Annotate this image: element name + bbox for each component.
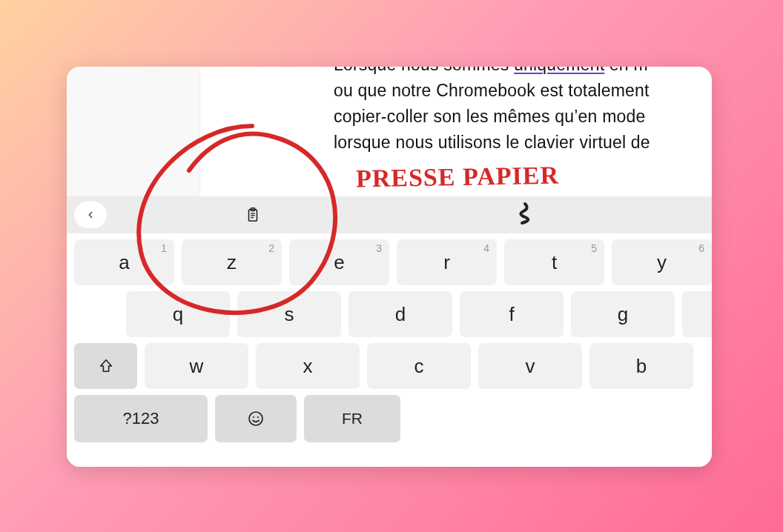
doc-line1-link[interactable]: uniquement [514, 67, 604, 74]
key-r[interactable]: r4 [397, 239, 497, 285]
key-secondary: 6 [698, 242, 704, 254]
document-thumbnail-sidebar [67, 67, 200, 196]
key-z[interactable]: z2 [182, 239, 282, 285]
key-symbols[interactable]: ?123 [74, 395, 208, 442]
key-main: f [509, 303, 514, 326]
key-language[interactable]: FR [304, 395, 400, 442]
key-e[interactable]: e3 [289, 239, 389, 285]
doc-line-3: copier-coller son les mêmes qu’en mode [334, 104, 712, 130]
screenshot-card: Lorsque nous sommes uniquement en m ou q… [67, 67, 712, 467]
key-h[interactable]: h [682, 291, 712, 337]
svg-point-7 [257, 416, 259, 418]
key-main: a [119, 251, 129, 274]
doc-line-1: Lorsque nous sommes uniquement en m [334, 67, 712, 78]
clipboard-icon [245, 207, 261, 223]
key-v[interactable]: v [478, 343, 582, 389]
key-main: q [173, 303, 183, 326]
doc-line1-post: en m [604, 67, 648, 74]
key-main: FR [342, 410, 363, 428]
key-main: z [227, 251, 237, 274]
key-s[interactable]: s [237, 291, 341, 337]
key-secondary: 5 [591, 242, 597, 254]
key-x[interactable]: x [256, 343, 360, 389]
chevron-left-icon [85, 210, 96, 220]
key-secondary: 1 [161, 242, 167, 254]
key-main: t [552, 251, 557, 274]
key-main: g [618, 303, 628, 326]
key-f[interactable]: f [460, 291, 564, 337]
svg-point-5 [249, 412, 262, 425]
key-main: c [414, 355, 424, 378]
key-main: y [657, 251, 667, 274]
key-main: w [190, 355, 204, 378]
key-secondary: 2 [268, 242, 274, 254]
keyboard-row-2: q s d f g h [67, 291, 712, 337]
svg-point-6 [253, 416, 254, 418]
key-a[interactable]: a1 [74, 239, 174, 285]
annotation-label: PRESSE PAPIER [356, 162, 560, 193]
back-button[interactable] [74, 202, 107, 228]
key-main: d [395, 303, 406, 326]
key-shift[interactable] [74, 343, 137, 389]
key-main: r [443, 251, 450, 274]
clipboard-button[interactable] [237, 202, 269, 228]
key-main: e [334, 251, 344, 274]
key-y[interactable]: y6 [612, 239, 712, 285]
keyboard-suggestion-bar [67, 196, 712, 233]
keyboard-row-1: a1 z2 e3 r4 t5 y6 [67, 239, 712, 285]
virtual-keyboard: a1 z2 e3 r4 t5 y6 q s d f g h w x c v b … [67, 233, 712, 467]
document-body-text: Lorsque nous sommes uniquement en m ou q… [334, 67, 712, 156]
key-secondary: 3 [376, 242, 382, 254]
key-main: ?123 [123, 409, 159, 428]
doc-line-2: ou que notre Chromebook est totalement [334, 78, 712, 104]
key-c[interactable]: c [367, 343, 471, 389]
keyboard-row-3: w x c v b [67, 343, 712, 389]
key-main: b [636, 355, 647, 378]
key-main: x [303, 355, 313, 378]
key-g[interactable]: g [571, 291, 675, 337]
smile-icon [247, 410, 265, 428]
key-b[interactable]: b [589, 343, 693, 389]
key-main: v [526, 355, 535, 378]
key-d[interactable]: d [348, 291, 452, 337]
doc-line-4: lorsque nous utilisons le clavier virtue… [334, 130, 712, 156]
doc-line1-pre: Lorsque nous sommes [334, 67, 514, 74]
key-secondary: 4 [483, 242, 489, 254]
key-q[interactable]: q [126, 291, 230, 337]
shift-icon [98, 358, 114, 374]
key-main: s [285, 303, 294, 326]
key-t[interactable]: t5 [504, 239, 604, 285]
keyboard-row-4: ?123 FR [67, 395, 712, 442]
key-w[interactable]: w [145, 343, 248, 389]
key-emoji[interactable] [215, 395, 297, 442]
